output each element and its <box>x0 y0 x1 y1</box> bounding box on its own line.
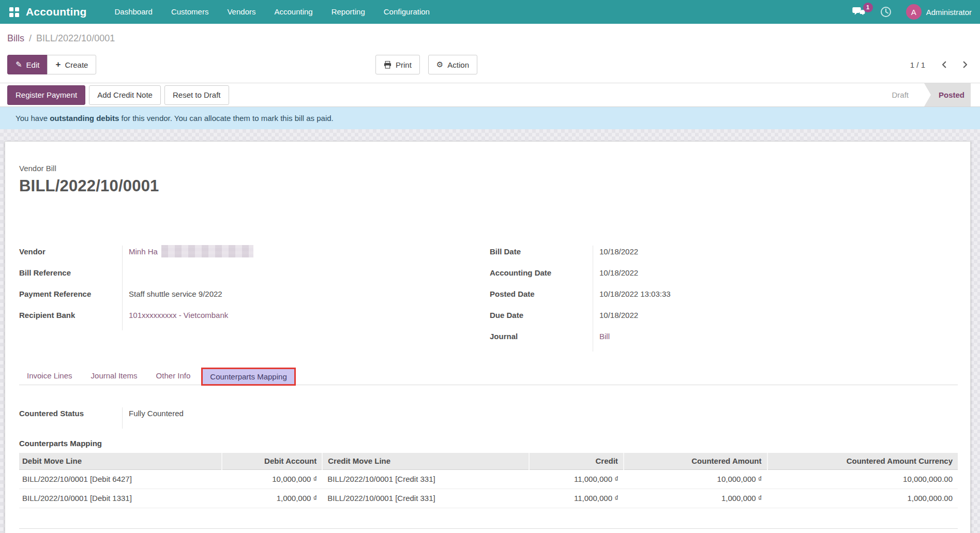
printer-icon <box>384 61 391 69</box>
table-footer-space <box>19 508 958 529</box>
field-accounting-date: Accounting Date 10/18/2022 <box>490 267 958 288</box>
bill-reference-label: Bill Reference <box>19 267 122 288</box>
field-journal: Journal Bill <box>490 330 958 352</box>
nav-item-dashboard[interactable]: Dashboard <box>105 0 162 24</box>
control-panel-buttons: ✎ Edit + Create Print <box>7 55 973 74</box>
nav-item-vendors[interactable]: Vendors <box>218 0 265 24</box>
pager-next-button[interactable] <box>958 58 972 71</box>
tab-other-info[interactable]: Other Info <box>148 367 199 385</box>
bill-date-value: 10/18/2022 <box>593 246 958 267</box>
field-payment-reference: Payment Reference Staff shuttle service … <box>19 288 487 309</box>
cell-debit-move-line: BILL/2022/10/0001 [Debit 1331] <box>19 489 222 508</box>
top-navbar: Accounting Dashboard Customers Vendors A… <box>0 0 980 24</box>
edit-create-group: ✎ Edit + Create <box>7 55 96 74</box>
status-draft[interactable]: Draft <box>892 83 924 106</box>
field-posted-date: Posted Date 10/18/2022 13:03:33 <box>490 288 958 309</box>
avatar: A <box>906 4 922 20</box>
breadcrumb-current: BILL/2022/10/0001 <box>36 33 115 43</box>
col-credit[interactable]: Credit <box>529 453 624 469</box>
statusbar-buttons: Register Payment Add Credit Note Reset t… <box>7 85 229 105</box>
field-groups: Vendor Minh Ha Bill Reference Payment Re… <box>19 246 958 352</box>
user-name: Administrator <box>926 8 972 17</box>
cell-credit-move-line: BILL/2022/10/0001 [Credit 331] <box>322 489 529 508</box>
apps-grid-icon[interactable] <box>7 5 21 19</box>
cell-debit-move-line: BILL/2022/10/0001 [Debit 6427] <box>19 469 222 489</box>
table-header-row: Debit Move Line Debit Account Credit Mov… <box>19 453 958 469</box>
table-row[interactable]: BILL/2022/10/0001 [Debit 6427] 10,000,00… <box>19 469 958 489</box>
activities-clock-icon[interactable] <box>880 6 892 18</box>
add-credit-note-button[interactable]: Add Credit Note <box>89 85 161 105</box>
pager: 1 / 1 <box>910 55 972 74</box>
accounting-date-value: 10/18/2022 <box>593 267 958 288</box>
field-countered-status: Countered Status Fully Countered <box>19 407 487 429</box>
due-date-value: 10/18/2022 <box>593 309 958 330</box>
nav-item-configuration[interactable]: Configuration <box>374 0 439 24</box>
recipient-bank-label: Recipient Bank <box>19 309 122 330</box>
vendor-value: Minh Ha <box>122 246 487 267</box>
tab-invoice-lines[interactable]: Invoice Lines <box>19 367 80 385</box>
navbar-right: 1 A Administrator <box>852 4 972 20</box>
nav-item-reporting[interactable]: Reporting <box>322 0 374 24</box>
form-view-background: Vendor Bill BILL/2022/10/0001 Vendor Min… <box>0 129 980 533</box>
col-credit-move-line[interactable]: Credit Move Line <box>322 453 529 469</box>
breadcrumb-bills-link[interactable]: Bills <box>7 33 24 43</box>
field-due-date: Due Date 10/18/2022 <box>490 309 958 330</box>
vendor-link[interactable]: Minh Ha <box>129 247 158 256</box>
action-button-label: Action <box>447 60 469 69</box>
col-debit-account[interactable]: Debit Account <box>222 453 322 469</box>
action-button[interactable]: ⚙ Action <box>428 55 477 74</box>
cell-countered-amount-currency: 10,000,000.00 <box>767 469 958 489</box>
alert-bold-text: outstanding debits <box>50 114 119 123</box>
cell-countered-amount: 1,000,000 ₫ <box>624 489 767 508</box>
breadcrumb-separator: / <box>29 33 32 43</box>
nav-item-customers[interactable]: Customers <box>162 0 218 24</box>
plus-icon: + <box>55 59 61 70</box>
cell-countered-amount-currency: 1,000,000.00 <box>767 489 958 508</box>
edit-button[interactable]: ✎ Edit <box>7 55 48 74</box>
field-bill-reference: Bill Reference <box>19 267 487 288</box>
edit-button-label: Edit <box>26 60 40 69</box>
reset-to-draft-button[interactable]: Reset to Draft <box>164 85 229 105</box>
field-vendor: Vendor Minh Ha <box>19 246 487 267</box>
clock-icon <box>880 6 892 18</box>
col-debit-move-line[interactable]: Debit Move Line <box>19 453 222 469</box>
field-bill-date: Bill Date 10/18/2022 <box>490 246 958 267</box>
center-buttons: Print ⚙ Action <box>375 55 477 74</box>
register-payment-button[interactable]: Register Payment <box>7 85 85 105</box>
col-countered-amount[interactable]: Countered Amount <box>624 453 767 469</box>
chevron-right-icon <box>960 60 970 69</box>
chevron-left-icon <box>940 60 949 69</box>
top-menu: Dashboard Customers Vendors Accounting R… <box>105 0 439 24</box>
payment-reference-value: Staff shuttle service 9/2022 <box>122 288 487 309</box>
countered-status-label: Countered Status <box>19 407 122 429</box>
tab-journal-items[interactable]: Journal Items <box>83 367 145 385</box>
journal-link[interactable]: Bill <box>599 332 610 341</box>
print-button[interactable]: Print <box>375 55 420 74</box>
counterparts-mapping-table: Debit Move Line Debit Account Credit Mov… <box>19 453 958 508</box>
nav-item-accounting[interactable]: Accounting <box>265 0 322 24</box>
accounting-date-label: Accounting Date <box>490 267 593 288</box>
field-recipient-bank: Recipient Bank 101xxxxxxxxx - Vietcomban… <box>19 309 487 330</box>
status-posted[interactable]: Posted <box>924 83 971 106</box>
countered-status-group: Countered Status Fully Countered <box>19 407 487 429</box>
countered-status-value: Fully Countered <box>122 407 487 429</box>
counterparts-mapping-heading: Counterparts Mapping <box>19 439 958 448</box>
control-panel: Bills/BILL/2022/10/0001 ✎ Edit + Create <box>0 24 980 83</box>
create-button[interactable]: + Create <box>47 55 96 74</box>
col-countered-amount-currency[interactable]: Countered Amount Currency <box>767 453 958 469</box>
form-sheet: Vendor Bill BILL/2022/10/0001 Vendor Min… <box>5 141 971 533</box>
tab-counterparts-mapping[interactable]: Counterparts Mapping <box>201 368 295 386</box>
cell-credit: 11,000,000 ₫ <box>529 489 624 508</box>
alert-text: You have outstanding debits for this ven… <box>16 114 334 123</box>
notebook-tabs: Invoice Lines Journal Items Other Info C… <box>19 364 958 385</box>
pager-previous-button[interactable] <box>938 58 951 71</box>
vendor-label: Vendor <box>19 246 122 267</box>
payment-reference-label: Payment Reference <box>19 288 122 309</box>
recipient-bank-link[interactable]: 101xxxxxxxxx - Vietcombank <box>129 311 228 319</box>
bill-number-title: BILL/2022/10/0001 <box>19 177 958 195</box>
app-name[interactable]: Accounting <box>26 6 87 18</box>
messages-icon[interactable]: 1 <box>852 7 866 18</box>
user-menu[interactable]: A Administrator <box>906 4 972 20</box>
table-row[interactable]: BILL/2022/10/0001 [Debit 1331] 1,000,000… <box>19 489 958 508</box>
cell-credit-move-line: BILL/2022/10/0001 [Credit 331] <box>322 469 529 489</box>
